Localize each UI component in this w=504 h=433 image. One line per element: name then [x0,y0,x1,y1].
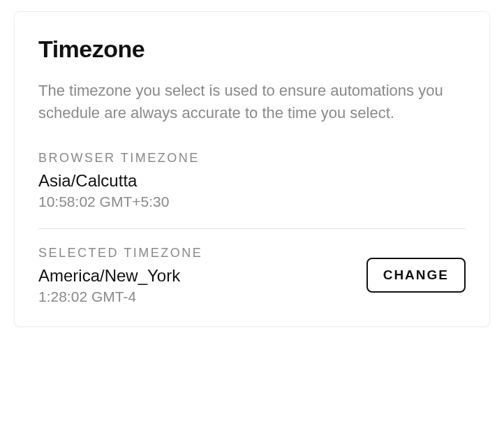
selected-timezone-section: SELECTED TIMEZONE America/New_York 1:28:… [38,246,466,305]
selected-timezone-value: America/New_York [38,266,366,286]
browser-timezone-time: 10:58:02 GMT+5:30 [38,193,466,210]
section-divider [38,228,466,229]
browser-timezone-section: BROWSER TIMEZONE Asia/Calcutta 10:58:02 … [38,151,466,210]
browser-timezone-label: BROWSER TIMEZONE [38,151,466,166]
change-button[interactable]: CHANGE [366,258,466,293]
selected-timezone-label: SELECTED TIMEZONE [38,246,366,260]
selected-timezone-time: 1:28:02 GMT-4 [38,288,366,305]
timezone-card: Timezone The timezone you select is used… [14,11,490,327]
browser-timezone-value: Asia/Calcutta [38,171,466,191]
browser-timezone-info: BROWSER TIMEZONE Asia/Calcutta 10:58:02 … [38,151,466,210]
card-title: Timezone [38,36,466,63]
selected-timezone-info: SELECTED TIMEZONE America/New_York 1:28:… [38,246,366,305]
card-description: The timezone you select is used to ensur… [38,80,466,124]
